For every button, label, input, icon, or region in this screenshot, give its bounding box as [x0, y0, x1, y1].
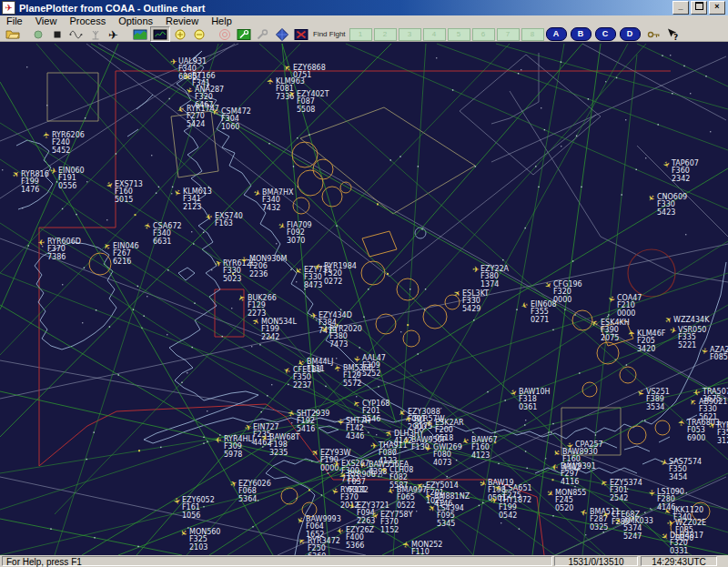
- aircraft-squawk: 0542: [499, 511, 517, 520]
- close-button[interactable]: ×: [709, 1, 725, 15]
- toolbar-key-icon[interactable]: [644, 27, 662, 41]
- aircraft-squawk: 8473: [304, 281, 322, 289]
- toolbar-zoom-out-icon[interactable]: [190, 27, 208, 41]
- aircraft-icon: ✈: [239, 257, 249, 265]
- toolbar-options-tools-icon[interactable]: [254, 27, 272, 41]
- status-bar: For Help, press F1 1531/0/13510 14:29:43…: [0, 555, 728, 567]
- aircraft-squawk: 4116: [561, 478, 579, 486]
- aircraft-squawk: 5572: [343, 380, 361, 388]
- toolbar-mode-s-icon[interactable]: [292, 27, 310, 41]
- aircraft-squawk: 4123: [471, 451, 490, 460]
- select-view-button-5[interactable]: 5: [448, 28, 470, 41]
- aircraft-icon: ✈: [336, 526, 344, 536]
- aircraft-squawk: 5221: [678, 341, 696, 349]
- toolbar-aircraft-view-icon[interactable]: ✈: [106, 27, 124, 41]
- group-button-c[interactable]: C: [595, 27, 616, 41]
- status-clock: 14:29:43UTC: [641, 556, 717, 566]
- select-view-button-2[interactable]: 2: [374, 28, 397, 41]
- aircraft-squawk: 1476: [21, 186, 39, 194]
- toolbar-radar-range-icon[interactable]: [216, 27, 234, 41]
- aircraft-flight-level: F085: [710, 353, 728, 361]
- aircraft-icon: ✈: [214, 435, 222, 444]
- toolbar-separator: [23, 28, 29, 41]
- title-bar: ✈ PlanePlotter from COAA - Outline chart…: [0, 0, 728, 15]
- aircraft-squawk: 4073: [433, 459, 451, 467]
- aircraft-squawk: 2342: [672, 175, 690, 183]
- aircraft-squawk: 0272: [324, 278, 342, 286]
- menu-bar: File View Process Options Review Help: [0, 15, 728, 27]
- group-button-d[interactable]: D: [620, 27, 641, 41]
- aircraft-icon: ✈: [627, 329, 636, 338]
- aircraft-callsign: WZZ434K: [673, 316, 710, 324]
- find-flight-label[interactable]: Find Flght: [313, 30, 346, 38]
- aircraft-squawk: 2237: [293, 381, 311, 390]
- aircraft-squawk: 3534: [646, 403, 664, 411]
- aircraft-squawk: 6216: [113, 258, 131, 266]
- toolbar-open-file-icon[interactable]: [4, 27, 22, 41]
- select-view-button-3[interactable]: 3: [399, 28, 421, 41]
- toolbar-context-help-icon[interactable]: ?: [663, 27, 682, 41]
- aircraft-icon: ✈: [424, 492, 433, 500]
- aircraft-squawk: 5424: [187, 120, 205, 128]
- aircraft-squawk: 0522: [397, 501, 415, 510]
- group-button-a[interactable]: A: [546, 27, 567, 41]
- aircraft-squawk: 6900: [687, 434, 705, 442]
- aircraft-squawk: 3420: [637, 345, 655, 353]
- status-aircraft-counts: 1531/0/13510: [554, 556, 638, 566]
- toolbar-stop-icon[interactable]: [48, 27, 66, 41]
- aircraft-icon: ✈: [472, 265, 480, 274]
- toolbar-chart-view-icon[interactable]: [131, 27, 149, 41]
- aircraft-icon: ✈: [551, 462, 559, 472]
- aircraft-squawk: 3454: [669, 473, 687, 481]
- map-area[interactable]: ✈UAL931F3406885✈BT166F341✈ANA287F3206467…: [0, 42, 728, 555]
- toolbar-signal-icon[interactable]: [67, 27, 86, 41]
- group-button-b[interactable]: B: [571, 27, 592, 41]
- aircraft-icon: ✈: [336, 419, 345, 426]
- aircraft-squawk: 5416: [297, 425, 315, 433]
- aircraft-icon: ✈: [647, 490, 656, 497]
- toolbar-zoom-in-icon[interactable]: [171, 27, 189, 41]
- select-view-button-6[interactable]: 6: [472, 28, 495, 41]
- maximize-button[interactable]: [691, 1, 707, 15]
- menu-process[interactable]: Process: [63, 15, 112, 27]
- menu-help[interactable]: Help: [205, 15, 238, 27]
- aircraft-squawk: 0331: [670, 547, 688, 555]
- aircraft-squawk: 0556: [58, 182, 76, 190]
- aircraft-squawk: 5345: [437, 520, 455, 528]
- menu-file[interactable]: File: [0, 15, 29, 27]
- aircraft-squawk: 2123: [183, 203, 201, 211]
- menu-view[interactable]: View: [29, 15, 64, 27]
- aircraft-squawk: 7473: [329, 340, 348, 349]
- chart-map[interactable]: ✈UAL931F3406885✈BT166F341✈ANA287F3206467…: [0, 42, 728, 555]
- select-view-button-1[interactable]: 1: [349, 28, 372, 41]
- toolbar-tools-icon[interactable]: [235, 27, 253, 41]
- svg-text:?: ?: [673, 33, 678, 42]
- minimize-button[interactable]: _: [672, 1, 689, 15]
- toolbar-record-icon[interactable]: [29, 27, 47, 41]
- aircraft-icon: ✈: [37, 238, 45, 247]
- aircraft-icon: ✈: [42, 131, 52, 139]
- toolbar-outline-chart-icon[interactable]: [150, 26, 170, 42]
- toolbar-compass-icon[interactable]: [273, 27, 291, 41]
- aircraft-squawk: 0361: [519, 403, 537, 411]
- aircraft-squawk: 4346: [346, 432, 364, 440]
- aircraft-squawk: 0520: [555, 504, 573, 512]
- aircraft-squawk: 1060: [221, 123, 239, 131]
- aircraft-squawk: 7432: [262, 204, 280, 212]
- status-help-text: For Help, press F1: [2, 556, 552, 566]
- aircraft-squawk: 2103: [189, 543, 207, 552]
- select-view-button-4[interactable]: 4: [423, 28, 446, 41]
- aircraft-flight-level: F110: [411, 548, 430, 555]
- select-view-button-8[interactable]: 8: [521, 28, 544, 41]
- aircraft-squawk: 2242: [261, 333, 279, 341]
- toolbar-antenna-icon[interactable]: [86, 27, 105, 41]
- aircraft-squawk: 5508: [297, 106, 315, 114]
- aircraft-squawk: 3124: [717, 437, 728, 445]
- aircraft-squawk: 3235: [269, 449, 288, 457]
- aircraft-icon: ✈: [333, 460, 341, 470]
- aircraft-icon: ✈: [170, 57, 177, 66]
- select-view-button-7[interactable]: 7: [497, 28, 520, 41]
- aircraft-squawk: 5015: [115, 196, 133, 204]
- aircraft-squawk: 5364: [238, 495, 257, 503]
- aircraft-squawk: 5023: [223, 275, 241, 283]
